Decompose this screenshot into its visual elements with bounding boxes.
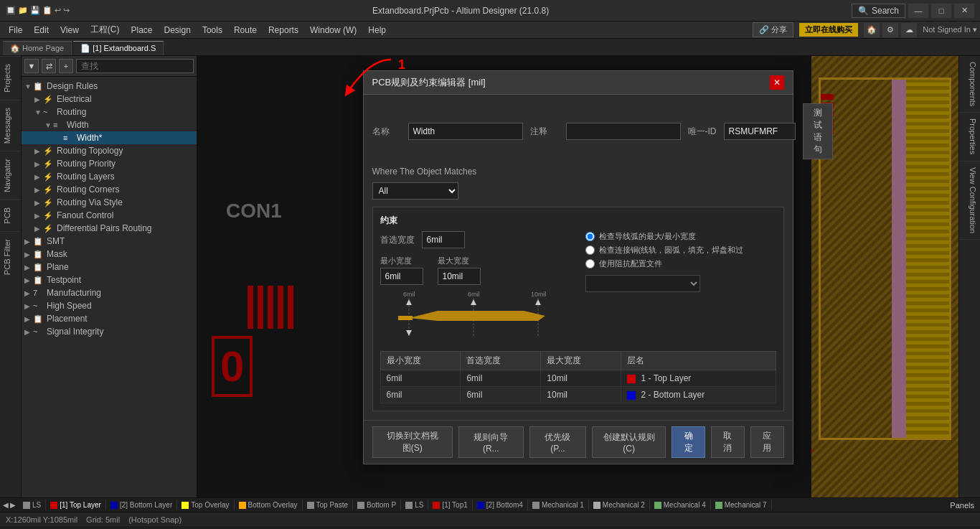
tree-item-0[interactable]: ▼ 📋 Design Rules: [22, 80, 197, 93]
layer-tab-9[interactable]: [2] Bottom4: [473, 500, 528, 510]
layer-tab-3[interactable]: Top Overlay: [177, 500, 234, 510]
tree-item-7[interactable]: ▶ ⚡ Routing Layers: [22, 170, 197, 183]
tab-extandboard[interactable]: 📄 [1] Extandboard.S: [73, 41, 164, 55]
layer-nav-left[interactable]: ◀: [3, 501, 9, 509]
filter-button[interactable]: ▼: [24, 59, 39, 73]
menu-place[interactable]: Place: [126, 24, 159, 37]
create-default-button[interactable]: 创建默认规则(C): [592, 426, 666, 458]
layer-dot: [110, 502, 118, 509]
layer-tab-0[interactable]: LS: [19, 500, 46, 510]
menu-route[interactable]: Route: [228, 24, 263, 37]
impedance-select[interactable]: [585, 275, 700, 292]
radio-arc-width[interactable]: [585, 232, 595, 241]
menu-project[interactable]: 工程(C): [85, 22, 126, 37]
layer-tab-8[interactable]: [1] Top1: [428, 500, 472, 510]
menu-reports[interactable]: Reports: [263, 24, 304, 37]
rule-wizard-button[interactable]: 规则向导 (R...: [458, 426, 524, 458]
settings-icon-btn[interactable]: ⚙: [882, 23, 898, 37]
tree-item-11[interactable]: ▶ ⚡ Differential Pairs Routing: [22, 222, 197, 235]
tree-item-8[interactable]: ▶ ⚡ Routing Corners: [22, 183, 197, 196]
radio-impedance[interactable]: [585, 259, 595, 268]
where-select[interactable]: All: [372, 182, 458, 200]
comment-input[interactable]: [566, 123, 681, 140]
layer-tab-5[interactable]: Top Paste: [303, 500, 353, 510]
name-input[interactable]: [408, 123, 523, 140]
right-tab-view-config[interactable]: View Configuration: [959, 161, 980, 240]
sidebar-pcb[interactable]: PCB: [0, 200, 21, 231]
layer-tab-12[interactable]: Mechanical 4: [650, 500, 711, 510]
test-sentence-button[interactable]: 测试语句: [803, 103, 833, 159]
radio-copper[interactable]: [585, 245, 595, 255]
layer-nav-right[interactable]: ▶: [10, 501, 16, 509]
pcb-component-1: [821, 94, 834, 100]
layer-tab-13[interactable]: Mechanical 7: [711, 500, 772, 510]
layer-tab-7[interactable]: LS: [401, 500, 428, 510]
menu-view[interactable]: View: [55, 24, 85, 37]
svg-marker-7: [406, 330, 412, 336]
tree-item-4[interactable]: ≡ Width*: [22, 131, 197, 144]
menu-edit[interactable]: Edit: [28, 24, 55, 37]
table-row-0[interactable]: 6mil 6mil 10mil 1 - Top Layer: [380, 370, 776, 387]
menu-help[interactable]: Help: [362, 24, 392, 37]
maximize-button[interactable]: □: [931, 4, 951, 18]
menu-design[interactable]: Design: [159, 24, 197, 37]
tree-item-10[interactable]: ▶ ⚡ Fanout Control: [22, 209, 197, 222]
home-icon-btn[interactable]: 🏠: [864, 23, 880, 37]
rule-editor-dialog[interactable]: PCB规则及约束编辑器 [mil] ✕ 名称 注释 唯一-ID 测试语句: [363, 70, 793, 464]
min-width-input[interactable]: [380, 268, 423, 285]
tree-item-14[interactable]: ▶ 📋 Plane: [22, 261, 197, 273]
tree-item-5[interactable]: ▶ ⚡ Routing Topology: [22, 144, 197, 157]
priority-button[interactable]: 优先级 (P...: [529, 426, 586, 458]
close-window-button[interactable]: ✕: [954, 4, 974, 18]
tree-item-2[interactable]: ▼ ~ Routing: [22, 106, 197, 118]
tab-home[interactable]: 🏠 Home Page: [3, 41, 72, 55]
tree-item-13[interactable]: ▶ 📋 Mask: [22, 248, 197, 261]
tree-item-9[interactable]: ▶ ⚡ Routing Via Style: [22, 196, 197, 209]
buy-button[interactable]: 立即在线购买: [799, 23, 858, 37]
ok-button[interactable]: 确定: [672, 426, 705, 458]
sidebar-messages[interactable]: Messages: [0, 100, 21, 151]
canvas-area[interactable]: 3 CON1 0 PCB规则及约束编辑器 [: [197, 56, 958, 497]
link-button[interactable]: ⇄: [42, 59, 56, 73]
tree-item-15[interactable]: ▶ 📋 Testpoint: [22, 273, 197, 286]
layer-tab-6[interactable]: Bottom P: [353, 500, 401, 510]
tree-item-16[interactable]: ▶ 7 Manufacturing: [22, 286, 197, 299]
sidebar-navigator[interactable]: Navigator: [0, 151, 21, 200]
layer-tab-4[interactable]: Bottom Overlay: [235, 500, 303, 510]
preferred-width-input[interactable]: [422, 231, 465, 248]
tree-item-3[interactable]: ▼ ≡ Width: [22, 118, 197, 131]
layer-tab-10[interactable]: Mechanical 1: [528, 500, 589, 510]
tree-item-1[interactable]: ▶ ⚡ Electrical: [22, 93, 197, 106]
sidebar-pcbfilter[interactable]: PCB Filter: [0, 231, 21, 282]
right-tab-components[interactable]: Components: [959, 56, 980, 113]
tree-item-6[interactable]: ▶ ⚡ Routing Priority: [22, 157, 197, 170]
panels-button[interactable]: Panels: [944, 501, 980, 510]
search-input[interactable]: [76, 59, 194, 73]
cloud-icon-btn[interactable]: ☁: [901, 23, 917, 37]
share-button[interactable]: 🔗 分享: [753, 22, 793, 37]
tree-item-12[interactable]: ▶ 📋 SMT: [22, 235, 197, 248]
tree-item-19[interactable]: ▶ ~ Signal Integrity: [22, 325, 197, 338]
menu-window[interactable]: Window (W): [304, 24, 362, 37]
svg-text:10mil: 10mil: [531, 291, 547, 298]
layer-tab-1[interactable]: [1] Top Layer: [46, 500, 106, 510]
dialog-close-button[interactable]: ✕: [770, 75, 784, 90]
layer-tab-11[interactable]: Mechanical 2: [589, 500, 650, 510]
right-tab-properties[interactable]: Properties: [959, 113, 980, 161]
max-width-input[interactable]: [438, 268, 481, 285]
sidebar-projects[interactable]: Projects: [0, 56, 21, 100]
minimize-button[interactable]: —: [908, 4, 928, 18]
switch-view-button[interactable]: 切换到文档视图(S): [372, 426, 453, 458]
apply-button[interactable]: 应用: [750, 426, 784, 458]
menu-tools[interactable]: Tools: [197, 24, 228, 37]
table-row-1[interactable]: 6mil 6mil 10mil 2 - Bottom Layer: [380, 387, 776, 403]
uid-input[interactable]: [724, 123, 796, 140]
cell-pref: 6mil: [461, 387, 541, 403]
tree-arrow: ▶: [34, 147, 43, 155]
add-button[interactable]: +: [59, 59, 73, 73]
tree-item-17[interactable]: ▶ ~ High Speed: [22, 299, 197, 312]
cancel-button[interactable]: 取消: [711, 426, 745, 458]
tree-item-18[interactable]: ▶ 📋 Placement: [22, 312, 197, 325]
layer-tab-2[interactable]: [2] Bottom Layer: [106, 500, 177, 510]
menu-file[interactable]: File: [3, 24, 28, 37]
